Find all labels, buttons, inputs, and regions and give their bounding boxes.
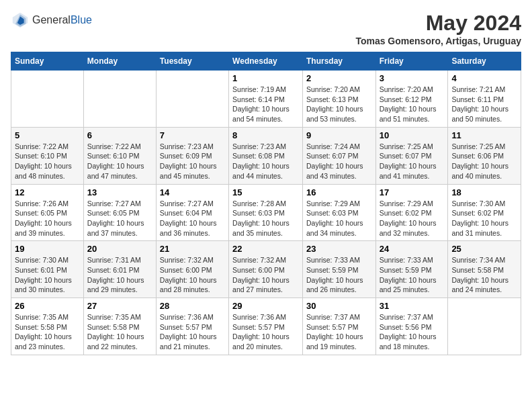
- day-info: Sunrise: 7:28 AMSunset: 6:03 PMDaylight:…: [232, 199, 299, 238]
- weekday-header-sunday: Sunday: [11, 52, 84, 71]
- calendar-cell: 18Sunrise: 7:30 AMSunset: 6:02 PMDayligh…: [448, 184, 521, 241]
- day-info: Sunrise: 7:29 AMSunset: 6:03 PMDaylight:…: [306, 199, 372, 238]
- day-info: Sunrise: 7:23 AMSunset: 6:09 PMDaylight:…: [160, 142, 225, 181]
- day-info: Sunrise: 7:31 AMSunset: 6:01 PMDaylight:…: [87, 255, 152, 295]
- calendar-cell: 11Sunrise: 7:25 AMSunset: 6:06 PMDayligh…: [448, 127, 521, 184]
- day-info: Sunrise: 7:36 AMSunset: 5:57 PMDaylight:…: [160, 312, 225, 352]
- day-info: Sunrise: 7:30 AMSunset: 6:02 PMDaylight:…: [451, 199, 517, 238]
- weekday-header-thursday: Thursday: [302, 52, 375, 71]
- calendar-body: 1Sunrise: 7:19 AMSunset: 6:14 PMDaylight…: [11, 71, 521, 355]
- calendar-cell: 15Sunrise: 7:28 AMSunset: 6:03 PMDayligh…: [229, 184, 303, 241]
- day-number: 14: [160, 187, 225, 197]
- day-number: 5: [15, 130, 80, 140]
- day-info: Sunrise: 7:27 AMSunset: 6:05 PMDaylight:…: [87, 199, 152, 238]
- calendar-cell: 14Sunrise: 7:27 AMSunset: 6:04 PMDayligh…: [156, 184, 228, 241]
- logo: GeneralBlue: [11, 11, 92, 30]
- day-number: 23: [306, 244, 372, 254]
- day-number: 17: [380, 187, 445, 197]
- weekday-header-wednesday: Wednesday: [229, 52, 303, 71]
- day-number: 31: [380, 301, 445, 311]
- calendar-cell: 13Sunrise: 7:27 AMSunset: 6:05 PMDayligh…: [83, 184, 156, 241]
- day-info: Sunrise: 7:19 AMSunset: 6:14 PMDaylight:…: [232, 85, 299, 124]
- calendar-week-row: 26Sunrise: 7:35 AMSunset: 5:58 PMDayligh…: [11, 298, 521, 355]
- logo-general-text: General: [32, 14, 71, 26]
- day-number: 3: [380, 73, 445, 83]
- day-number: 12: [15, 187, 80, 197]
- calendar-cell: 16Sunrise: 7:29 AMSunset: 6:03 PMDayligh…: [302, 184, 375, 241]
- calendar-cell: 24Sunrise: 7:33 AMSunset: 5:59 PMDayligh…: [375, 241, 448, 298]
- day-number: 24: [380, 244, 445, 254]
- day-number: 8: [232, 130, 299, 140]
- day-number: 7: [160, 130, 225, 140]
- weekday-header-saturday: Saturday: [448, 52, 521, 71]
- calendar-cell: 26Sunrise: 7:35 AMSunset: 5:58 PMDayligh…: [11, 298, 84, 355]
- day-number: 18: [451, 187, 517, 197]
- calendar-cell: 17Sunrise: 7:29 AMSunset: 6:02 PMDayligh…: [375, 184, 448, 241]
- day-info: Sunrise: 7:20 AMSunset: 6:13 PMDaylight:…: [306, 85, 372, 124]
- day-info: Sunrise: 7:30 AMSunset: 6:01 PMDaylight:…: [15, 255, 80, 295]
- calendar-cell: 30Sunrise: 7:37 AMSunset: 5:57 PMDayligh…: [302, 298, 375, 355]
- day-info: Sunrise: 7:33 AMSunset: 5:59 PMDaylight:…: [380, 255, 445, 295]
- page-header: GeneralBlue May 2024 Tomas Gomensoro, Ar…: [11, 11, 521, 46]
- day-info: Sunrise: 7:24 AMSunset: 6:07 PMDaylight:…: [306, 142, 372, 181]
- calendar-cell: 2Sunrise: 7:20 AMSunset: 6:13 PMDaylight…: [302, 71, 375, 128]
- calendar-week-row: 5Sunrise: 7:22 AMSunset: 6:10 PMDaylight…: [11, 127, 521, 184]
- calendar-week-row: 19Sunrise: 7:30 AMSunset: 6:01 PMDayligh…: [11, 241, 521, 298]
- day-info: Sunrise: 7:34 AMSunset: 5:58 PMDaylight:…: [451, 255, 517, 295]
- calendar-cell: [156, 71, 228, 128]
- day-number: 16: [306, 187, 372, 197]
- logo-text: GeneralBlue: [32, 14, 92, 26]
- weekday-header-friday: Friday: [375, 52, 448, 71]
- weekday-header-tuesday: Tuesday: [156, 52, 228, 71]
- day-info: Sunrise: 7:36 AMSunset: 5:57 PMDaylight:…: [232, 312, 299, 352]
- calendar-cell: [83, 71, 156, 128]
- calendar-cell: 19Sunrise: 7:30 AMSunset: 6:01 PMDayligh…: [11, 241, 84, 298]
- day-number: 28: [160, 301, 225, 311]
- calendar-cell: 31Sunrise: 7:37 AMSunset: 5:56 PMDayligh…: [375, 298, 448, 355]
- calendar-cell: 28Sunrise: 7:36 AMSunset: 5:57 PMDayligh…: [156, 298, 228, 355]
- calendar-cell: 23Sunrise: 7:33 AMSunset: 5:59 PMDayligh…: [302, 241, 375, 298]
- calendar-cell: 10Sunrise: 7:25 AMSunset: 6:07 PMDayligh…: [375, 127, 448, 184]
- calendar-cell: 7Sunrise: 7:23 AMSunset: 6:09 PMDaylight…: [156, 127, 228, 184]
- day-number: 2: [306, 73, 372, 83]
- day-info: Sunrise: 7:21 AMSunset: 6:11 PMDaylight:…: [451, 85, 517, 124]
- calendar-cell: 3Sunrise: 7:20 AMSunset: 6:12 PMDaylight…: [375, 71, 448, 128]
- day-number: 1: [232, 73, 299, 83]
- day-number: 10: [380, 130, 445, 140]
- day-info: Sunrise: 7:37 AMSunset: 5:56 PMDaylight:…: [380, 312, 445, 352]
- day-number: 13: [87, 187, 152, 197]
- day-number: 25: [451, 244, 517, 254]
- calendar-cell: 5Sunrise: 7:22 AMSunset: 6:10 PMDaylight…: [11, 127, 84, 184]
- day-info: Sunrise: 7:20 AMSunset: 6:12 PMDaylight:…: [380, 85, 445, 124]
- day-info: Sunrise: 7:37 AMSunset: 5:57 PMDaylight:…: [306, 312, 372, 352]
- calendar-cell: 6Sunrise: 7:22 AMSunset: 6:10 PMDaylight…: [83, 127, 156, 184]
- day-number: 20: [87, 244, 152, 254]
- day-info: Sunrise: 7:32 AMSunset: 6:00 PMDaylight:…: [160, 255, 225, 295]
- calendar-cell: 1Sunrise: 7:19 AMSunset: 6:14 PMDaylight…: [229, 71, 303, 128]
- day-number: 21: [160, 244, 225, 254]
- day-number: 26: [15, 301, 80, 311]
- calendar-table: SundayMondayTuesdayWednesdayThursdayFrid…: [11, 52, 521, 355]
- day-number: 6: [87, 130, 152, 140]
- title-block: May 2024 Tomas Gomensoro, Artigas, Urugu…: [355, 11, 521, 46]
- calendar-cell: 9Sunrise: 7:24 AMSunset: 6:07 PMDaylight…: [302, 127, 375, 184]
- day-info: Sunrise: 7:22 AMSunset: 6:10 PMDaylight:…: [87, 142, 152, 181]
- calendar-week-row: 12Sunrise: 7:26 AMSunset: 6:05 PMDayligh…: [11, 184, 521, 241]
- calendar-cell: 20Sunrise: 7:31 AMSunset: 6:01 PMDayligh…: [83, 241, 156, 298]
- calendar-cell: 8Sunrise: 7:23 AMSunset: 6:08 PMDaylight…: [229, 127, 303, 184]
- day-number: 4: [451, 73, 517, 83]
- calendar-cell: 25Sunrise: 7:34 AMSunset: 5:58 PMDayligh…: [448, 241, 521, 298]
- calendar-cell: [448, 298, 521, 355]
- day-number: 15: [232, 187, 299, 197]
- day-info: Sunrise: 7:29 AMSunset: 6:02 PMDaylight:…: [380, 199, 445, 238]
- day-info: Sunrise: 7:25 AMSunset: 6:07 PMDaylight:…: [380, 142, 445, 181]
- day-number: 11: [451, 130, 517, 140]
- day-info: Sunrise: 7:26 AMSunset: 6:05 PMDaylight:…: [15, 199, 80, 238]
- day-number: 30: [306, 301, 372, 311]
- day-info: Sunrise: 7:25 AMSunset: 6:06 PMDaylight:…: [451, 142, 517, 181]
- day-info: Sunrise: 7:33 AMSunset: 5:59 PMDaylight:…: [306, 255, 372, 295]
- day-info: Sunrise: 7:32 AMSunset: 6:00 PMDaylight:…: [232, 255, 299, 295]
- calendar-header: SundayMondayTuesdayWednesdayThursdayFrid…: [11, 52, 521, 71]
- day-info: Sunrise: 7:27 AMSunset: 6:04 PMDaylight:…: [160, 199, 225, 238]
- calendar-cell: 12Sunrise: 7:26 AMSunset: 6:05 PMDayligh…: [11, 184, 84, 241]
